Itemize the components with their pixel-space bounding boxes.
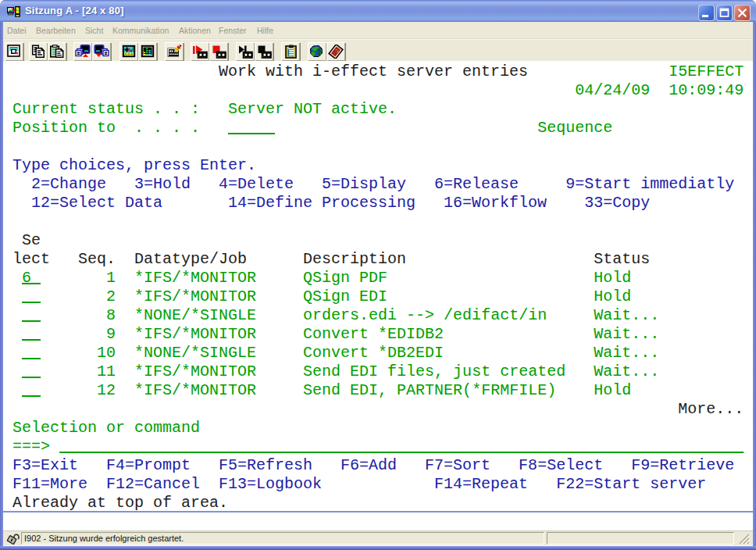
svg-text:?: ? xyxy=(317,47,323,58)
